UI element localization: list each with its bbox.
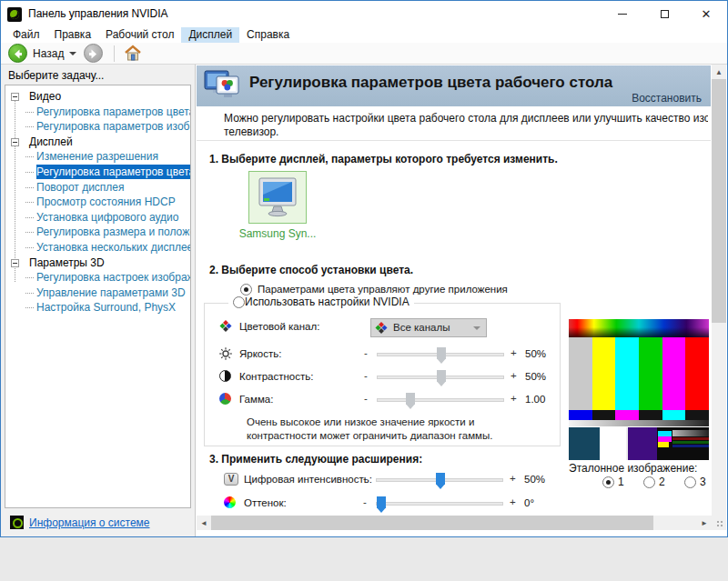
grayscale-strip — [569, 420, 709, 426]
hue-slider[interactable] — [376, 502, 503, 506]
contrast-slider[interactable] — [377, 376, 504, 379]
minimize-button[interactable] — [602, 1, 643, 27]
brightness-value: 50% — [525, 348, 546, 359]
contrast-label: Контрастность: — [239, 371, 313, 382]
pattern-strip — [569, 410, 709, 420]
title-bar: Панель управления NVIDIA ✕ — [1, 1, 727, 27]
rainbow-strip — [569, 319, 709, 337]
collapse-icon[interactable] — [11, 93, 19, 101]
color-channel-select[interactable]: Все каналы — [370, 318, 487, 337]
tree-item-surround-physx[interactable]: Настройка Surround, PhysX — [5, 300, 190, 316]
section2-heading: 2. Выберите способ установки цвета. — [209, 264, 413, 276]
forward-button[interactable] — [84, 44, 103, 63]
scrollbar-corner — [712, 516, 726, 530]
color-channel-label: Цветовой канал: — [239, 321, 319, 332]
gamma-note-line2: контрастности может ограничить диапазон … — [247, 430, 492, 441]
home-button[interactable] — [124, 45, 142, 62]
display-tile-samsung[interactable] — [248, 171, 307, 224]
hue-icon — [224, 496, 236, 508]
slider-thumb[interactable] — [436, 473, 445, 489]
gamma-row: Гамма: - + 1.00 — [205, 391, 560, 411]
slider-thumb[interactable] — [406, 393, 415, 409]
gamma-slider[interactable] — [377, 398, 504, 402]
tree-item-3d-settings[interactable]: Управление параметрами 3D — [5, 285, 190, 301]
chevron-down-icon — [473, 326, 480, 330]
scroll-right-icon[interactable]: ► — [697, 516, 712, 530]
pattern-black-block — [657, 427, 709, 460]
restore-link[interactable]: Восстановить — [632, 92, 702, 105]
resize-grip[interactable] — [716, 520, 724, 528]
minus-label: - — [363, 473, 367, 484]
menu-help[interactable]: Справка — [239, 27, 297, 43]
back-dropdown-icon[interactable] — [69, 52, 76, 55]
menu-edit[interactable]: Правка — [47, 27, 99, 43]
plus-label: + — [510, 473, 516, 484]
hue-label: Оттенок: — [244, 497, 287, 508]
tree-section-3d[interactable]: Параметры 3D — [5, 255, 190, 271]
tree-item-change-resolution[interactable]: Изменение разрешения — [5, 149, 190, 165]
plus-label: + — [511, 393, 517, 404]
minus-label: - — [363, 496, 367, 507]
radio-use-nvidia[interactable]: Использовать настройки NVIDIA — [228, 296, 414, 308]
brightness-slider[interactable] — [377, 353, 504, 356]
scroll-up-icon[interactable]: ▲ — [712, 65, 726, 79]
slider-thumb[interactable] — [377, 496, 386, 513]
system-info-icon — [10, 516, 24, 529]
menu-file[interactable]: Файл — [5, 27, 47, 43]
back-button[interactable] — [8, 44, 27, 63]
color-channel-row: Цветовой канал: Все каналы — [205, 318, 560, 338]
maximize-button[interactable] — [643, 1, 685, 27]
slider-thumb[interactable] — [437, 370, 446, 386]
tree-item-digital-audio[interactable]: Установка цифрового аудио — [5, 210, 190, 225]
plus-label: + — [510, 496, 516, 507]
tree-item-desktop-color-settings[interactable]: Регулировка параметров цвета рабочего ст… — [5, 165, 190, 180]
vertical-scrollbar[interactable]: ▲ ▼ — [712, 65, 726, 530]
slider-thumb[interactable] — [437, 347, 446, 364]
toolbar-separator — [114, 45, 115, 62]
navigation-toolbar: Назад — [1, 43, 727, 65]
minus-label: - — [364, 393, 368, 404]
radio-other-apps[interactable]: Параметрами цвета управляют другие прило… — [240, 283, 508, 296]
section1-heading: 1. Выберите дисплей, параметры которого … — [209, 153, 558, 165]
digital-vibrance-value: 50% — [524, 474, 545, 485]
radio-icon — [684, 476, 696, 488]
tree-item-video-image[interactable]: Регулировка параметров изображения для в… — [5, 119, 190, 135]
hue-row: Оттенок: - + 0° — [209, 495, 592, 515]
tree-item-multiple-displays[interactable]: Установка нескольких дисплеев — [5, 240, 190, 255]
radio-icon — [240, 284, 252, 296]
back-arrow-icon — [12, 48, 24, 60]
reference-option-3[interactable]: 3 — [684, 476, 706, 488]
tree-section-display[interactable]: Дисплей — [5, 135, 190, 150]
gamma-value: 1.00 — [525, 394, 545, 405]
plus-label: + — [511, 370, 517, 381]
menu-display[interactable]: Дисплей — [181, 27, 239, 43]
section3-heading: 3. Применить следующие расширения: — [209, 453, 422, 466]
close-button[interactable]: ✕ — [685, 1, 727, 27]
horizontal-scroll-thumb[interactable] — [211, 516, 653, 530]
tree-item-size-position[interactable]: Регулировка размера и положения рабочего… — [5, 225, 190, 240]
collapse-icon[interactable] — [11, 259, 19, 267]
horizontal-scrollbar[interactable]: ◄ ► — [197, 516, 712, 530]
minus-label: - — [364, 370, 368, 381]
tree-item-video-color[interactable]: Регулировка параметров цвета для видео — [5, 105, 190, 120]
contrast-row: Контрастность: - + 50% — [205, 368, 560, 388]
radio-icon — [233, 296, 245, 308]
tree-item-hdcp-status[interactable]: Просмотр состояния HDCP — [5, 195, 190, 210]
collapse-icon[interactable] — [11, 138, 19, 146]
page-header: Регулировка параметров цвета рабочего ст… — [197, 65, 711, 106]
pattern-square-white — [600, 427, 628, 460]
tree-item-rotate-display[interactable]: Поворот дисплея — [5, 180, 190, 195]
system-info-link[interactable]: Информация о системе — [29, 516, 149, 529]
tree-section-video[interactable]: Видео — [5, 89, 190, 105]
reference-option-2[interactable]: 2 — [643, 476, 665, 488]
reference-option-1[interactable]: 1 — [602, 476, 624, 488]
nvidia-logo-icon — [7, 7, 22, 22]
digital-vibrance-slider[interactable] — [376, 478, 503, 482]
tree-item-3d-image-preview[interactable]: Регулировка настроек изображения с просм… — [5, 270, 190, 285]
page-title: Регулировка параметров цвета рабочего ст… — [249, 74, 612, 92]
menu-desktop[interactable]: Рабочий стол — [98, 27, 181, 43]
scroll-left-icon[interactable]: ◄ — [197, 516, 211, 530]
vertical-scroll-thumb[interactable] — [712, 79, 726, 323]
color-channel-value: Все каналы — [393, 322, 450, 333]
reference-image-options: 1 2 3 — [602, 476, 723, 488]
